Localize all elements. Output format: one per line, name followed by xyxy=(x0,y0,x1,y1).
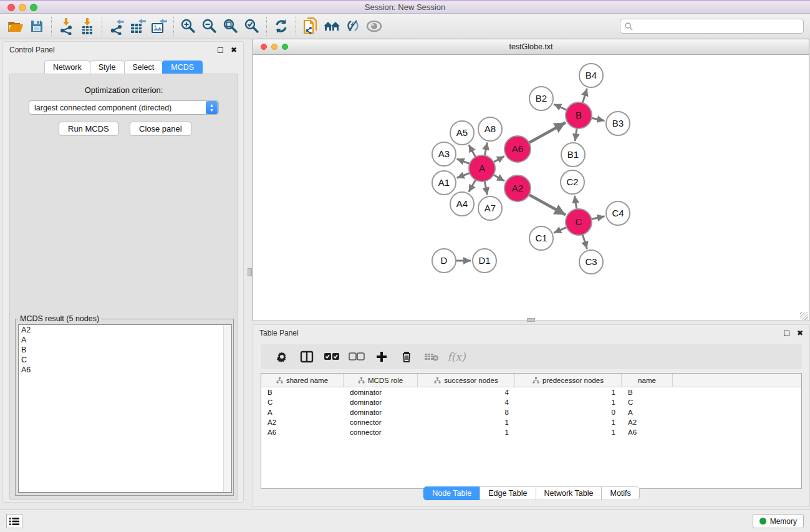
export-image-icon[interactable] xyxy=(148,16,170,36)
float-panel-icon[interactable] xyxy=(218,47,223,53)
mcds-result-list[interactable]: A2ABCA6 xyxy=(18,324,232,493)
resize-grip-icon[interactable] xyxy=(800,312,808,320)
table-row[interactable]: Adominator80A xyxy=(261,407,801,417)
tab-select[interactable]: Select xyxy=(124,60,163,74)
node-C[interactable]: C xyxy=(566,209,592,235)
zoom-selected-icon[interactable] xyxy=(241,16,263,36)
table-row[interactable]: A2connector11A2 xyxy=(261,417,801,427)
memory-button[interactable]: Memory xyxy=(753,514,804,528)
function-builder-icon[interactable]: f(x) xyxy=(444,351,469,363)
tab-node-table[interactable]: Node Table xyxy=(423,486,480,500)
mcds-result-item[interactable]: C xyxy=(19,355,231,365)
node-A5[interactable]: A5 xyxy=(450,121,474,145)
svg-text:B: B xyxy=(576,110,582,120)
node-A8[interactable]: A8 xyxy=(478,117,502,141)
node-A[interactable]: A xyxy=(469,155,495,181)
column-header-MCDS-role[interactable]: MCDS role xyxy=(344,374,418,387)
list-icon xyxy=(9,517,19,526)
tab-edge-table[interactable]: Edge Table xyxy=(480,486,536,500)
network-canvas[interactable]: B4B2BB3A5A8A6A3B1AA1C2A2A4A7C4CC1C3DD1 xyxy=(253,56,809,321)
tab-mcds[interactable]: MCDS xyxy=(162,60,203,74)
node-D1[interactable]: D1 xyxy=(473,249,496,273)
minimize-network-button[interactable] xyxy=(271,44,277,50)
node-A2[interactable]: A2 xyxy=(504,175,531,201)
node-A1[interactable]: A1 xyxy=(432,171,456,195)
select-all-icon[interactable] xyxy=(319,352,344,361)
export-table-icon[interactable] xyxy=(127,16,148,36)
node-C4[interactable]: C4 xyxy=(606,201,630,225)
close-panel-button[interactable]: Close panel xyxy=(130,122,191,136)
column-header-shared-name[interactable]: shared name xyxy=(261,374,344,387)
node-B3[interactable]: B3 xyxy=(606,112,630,135)
column-header-label: predecessor nodes xyxy=(542,377,604,384)
node-B2[interactable]: B2 xyxy=(529,87,553,110)
run-mcds-button[interactable]: Run MCDS xyxy=(59,122,118,136)
svg-text:D: D xyxy=(441,255,448,266)
toggle-graphics-details-icon[interactable]: f xyxy=(342,16,364,36)
table-cell: 1 xyxy=(515,418,622,426)
delete-table-icon[interactable] xyxy=(419,352,444,362)
close-panel-icon[interactable]: ✖ xyxy=(231,47,237,53)
save-session-icon[interactable] xyxy=(26,16,47,36)
mcds-result-item[interactable]: A6 xyxy=(19,365,231,375)
deselect-all-icon[interactable] xyxy=(344,352,369,361)
tab-style[interactable]: Style xyxy=(90,60,125,74)
table-cell: B xyxy=(261,389,344,396)
control-panel-title: Control Panel xyxy=(9,46,218,54)
criterion-dropdown[interactable]: largest connected component (directed) ▲… xyxy=(29,100,219,115)
export-network-icon[interactable] xyxy=(106,16,127,36)
column-header-name[interactable]: name xyxy=(622,374,673,387)
vertical-splitter-handle[interactable] xyxy=(248,268,252,276)
zoom-in-icon[interactable] xyxy=(178,16,199,36)
birds-eye-view-icon[interactable] xyxy=(364,16,385,36)
search-input[interactable] xyxy=(635,22,799,31)
node-B[interactable]: B xyxy=(566,102,592,128)
new-session-icon[interactable] xyxy=(300,16,321,36)
delete-column-icon[interactable] xyxy=(394,351,419,363)
node-B4[interactable]: B4 xyxy=(579,64,603,87)
add-column-icon[interactable] xyxy=(369,351,394,363)
table-row[interactable]: Bdominator41B xyxy=(261,387,801,397)
zoom-out-icon[interactable] xyxy=(199,16,220,36)
zoom-fit-icon[interactable] xyxy=(220,16,241,36)
mcds-result-item[interactable]: B xyxy=(19,345,231,355)
mcds-result-group: MCDS result (5 nodes) A2ABCA6 xyxy=(15,319,234,496)
horizontal-splitter-handle[interactable] xyxy=(527,318,535,322)
minimize-window-button[interactable] xyxy=(19,4,26,11)
column-header-successor-nodes[interactable]: successor nodes xyxy=(418,374,515,387)
table-row[interactable]: Cdominator41C xyxy=(261,397,801,407)
table-row[interactable]: A6connector11A6 xyxy=(261,427,801,437)
task-history-button[interactable] xyxy=(6,514,22,528)
mcds-result-item[interactable]: A2 xyxy=(19,325,231,335)
node-A4[interactable]: A4 xyxy=(450,192,474,216)
float-panel-icon[interactable] xyxy=(784,331,789,336)
zoom-window-button[interactable] xyxy=(30,4,37,11)
node-C1[interactable]: C1 xyxy=(529,226,553,250)
gear-icon[interactable] xyxy=(269,351,294,363)
search-field[interactable] xyxy=(620,19,804,34)
node-A3[interactable]: A3 xyxy=(432,142,456,166)
scrollbar[interactable] xyxy=(223,325,231,492)
import-table-icon[interactable] xyxy=(77,16,98,36)
node-A6[interactable]: A6 xyxy=(504,136,531,162)
open-file-icon[interactable] xyxy=(5,16,26,36)
node-D[interactable]: D xyxy=(432,249,456,273)
close-window-button[interactable] xyxy=(7,4,15,11)
close-network-button[interactable] xyxy=(261,44,267,50)
close-panel-icon[interactable]: ✖ xyxy=(797,330,803,336)
node-C2[interactable]: C2 xyxy=(561,170,584,194)
refresh-layout-icon[interactable] xyxy=(271,16,292,36)
zoom-network-button[interactable] xyxy=(282,44,288,50)
network-window-titlebar[interactable]: testGlobe.txt xyxy=(253,39,809,55)
cybrowser-home-icon[interactable] xyxy=(321,16,342,36)
tab-network-table[interactable]: Network Table xyxy=(536,486,602,500)
tab-network[interactable]: Network xyxy=(44,60,90,74)
node-B1[interactable]: B1 xyxy=(561,143,585,167)
column-layout-icon[interactable] xyxy=(294,351,319,363)
tab-motifs[interactable]: Motifs xyxy=(601,486,639,500)
column-header-predecessor-nodes[interactable]: predecessor nodes xyxy=(515,374,622,387)
import-network-icon[interactable] xyxy=(55,16,77,36)
node-A7[interactable]: A7 xyxy=(478,196,502,220)
mcds-result-item[interactable]: A xyxy=(19,335,231,345)
node-C3[interactable]: C3 xyxy=(579,250,603,274)
